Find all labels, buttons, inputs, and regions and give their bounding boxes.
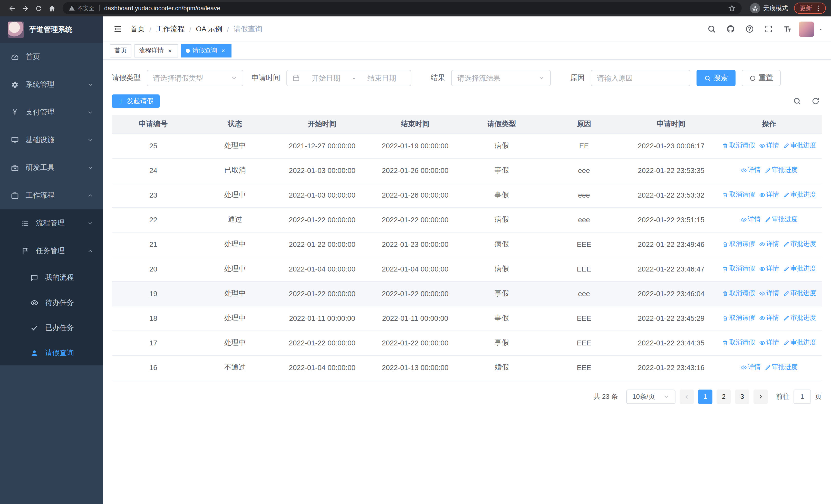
github-icon[interactable] bbox=[723, 21, 738, 37]
action-progress-link[interactable]: 审批进度 bbox=[783, 338, 816, 347]
tab-leave-query[interactable]: 请假查询 × bbox=[181, 44, 231, 57]
help-icon[interactable] bbox=[742, 21, 757, 37]
leave-type-input[interactable] bbox=[153, 74, 228, 82]
sidebar-item-leave-query[interactable]: 请假查询 bbox=[0, 340, 103, 365]
browser-reload-icon[interactable] bbox=[32, 2, 45, 15]
range-separator: - bbox=[349, 74, 359, 82]
page-size-select[interactable]: 10条/页 bbox=[626, 389, 676, 404]
action-detail-link[interactable]: 详情 bbox=[759, 265, 779, 273]
page-button-2[interactable]: 2 bbox=[717, 389, 731, 404]
action-detail-link[interactable]: 详情 bbox=[759, 141, 779, 150]
reset-button-label: 重置 bbox=[758, 73, 773, 83]
action-cancel-link[interactable]: 取消请假 bbox=[722, 191, 755, 199]
browser-forward-icon[interactable] bbox=[19, 2, 32, 15]
tab-label: 请假查询 bbox=[193, 46, 217, 55]
cell-reason: eee bbox=[542, 207, 626, 232]
sidebar-item-label: 我的流程 bbox=[45, 273, 74, 282]
tab-home[interactable]: 首页 bbox=[110, 44, 132, 57]
page-button-3[interactable]: 3 bbox=[735, 389, 749, 404]
close-tab-icon[interactable]: × bbox=[166, 47, 173, 54]
sidebar-collapse-icon[interactable] bbox=[110, 21, 125, 37]
action-detail-link[interactable]: 详情 bbox=[759, 240, 779, 249]
browser-home-icon[interactable] bbox=[45, 2, 58, 15]
sidebar-item-dev-tools[interactable]: 研发工具 bbox=[0, 154, 103, 182]
action-detail-link[interactable]: 详情 bbox=[759, 191, 779, 199]
sidebar-item-payment[interactable]: 支付管理 bbox=[0, 98, 103, 126]
action-progress-link[interactable]: 审批进度 bbox=[783, 141, 816, 150]
next-page-button[interactable] bbox=[753, 389, 768, 404]
chevron-down-icon bbox=[87, 82, 93, 88]
avatar-caret-icon[interactable] bbox=[818, 26, 824, 32]
cell-apply-id: 20 bbox=[112, 257, 195, 281]
header-search-icon[interactable] bbox=[704, 21, 719, 37]
bookmark-star-icon[interactable] bbox=[728, 5, 736, 12]
refresh-table-icon[interactable] bbox=[811, 97, 820, 105]
address-bar[interactable]: 不安全 dashboard.yudao.iocoder.cn/bpm/oa/le… bbox=[63, 2, 742, 14]
cell-apply-id: 23 bbox=[112, 183, 195, 207]
action-progress-link[interactable]: 审批进度 bbox=[765, 215, 798, 224]
eye-icon bbox=[741, 364, 747, 370]
action-progress-link[interactable]: 审批进度 bbox=[783, 240, 816, 249]
cell-status: 通过 bbox=[195, 207, 275, 232]
action-detail-link[interactable]: 详情 bbox=[741, 363, 761, 372]
list-icon bbox=[21, 219, 30, 228]
breadcrumb-item[interactable]: 首页 bbox=[131, 24, 145, 34]
user-avatar[interactable] bbox=[799, 21, 814, 37]
sidebar-item-home[interactable]: 首页 bbox=[0, 43, 103, 71]
font-size-icon[interactable] bbox=[780, 21, 795, 37]
date-range-picker[interactable]: - bbox=[286, 70, 411, 86]
action-detail-link[interactable]: 详情 bbox=[759, 338, 779, 347]
result-select[interactable] bbox=[451, 70, 551, 86]
breadcrumb-item[interactable]: OA 示例 bbox=[196, 24, 223, 34]
reason-input[interactable] bbox=[597, 74, 684, 82]
browser-menu-dots-icon[interactable] bbox=[814, 5, 822, 12]
cell-end-time: 2022-01-22 00:00:00 bbox=[369, 281, 461, 306]
action-cancel-link[interactable]: 取消请假 bbox=[722, 265, 755, 273]
sidebar-item-done-tasks[interactable]: 已办任务 bbox=[0, 315, 103, 340]
action-progress-link[interactable]: 审批进度 bbox=[765, 363, 798, 372]
action-detail-link[interactable]: 详情 bbox=[759, 314, 779, 323]
search-button[interactable]: 搜索 bbox=[696, 70, 736, 86]
browser-update-chip[interactable]: 更新 bbox=[794, 3, 826, 14]
action-cancel-link[interactable]: 取消请假 bbox=[722, 240, 755, 249]
result-input[interactable] bbox=[457, 74, 535, 82]
action-cancel-link[interactable]: 取消请假 bbox=[722, 141, 755, 150]
reason-field[interactable] bbox=[591, 70, 690, 86]
action-progress-link[interactable]: 审批进度 bbox=[783, 289, 816, 298]
end-date-input[interactable] bbox=[359, 74, 405, 82]
action-cancel-link[interactable]: 取消请假 bbox=[722, 289, 755, 298]
goto-page-input[interactable] bbox=[794, 389, 811, 404]
table-row: 18 处理中 2022-01-11 00:00:00 2022-01-11 00… bbox=[112, 306, 822, 330]
page-button-1[interactable]: 1 bbox=[698, 389, 712, 404]
toggle-search-icon[interactable] bbox=[793, 97, 801, 105]
action-progress-link[interactable]: 审批进度 bbox=[783, 314, 816, 323]
action-progress-link[interactable]: 审批进度 bbox=[765, 166, 798, 175]
action-cancel-link[interactable]: 取消请假 bbox=[722, 338, 755, 347]
sidebar-item-workflow[interactable]: 工作流程 bbox=[0, 182, 103, 209]
browser-back-icon[interactable] bbox=[5, 2, 19, 15]
fullscreen-icon[interactable] bbox=[761, 21, 776, 37]
sidebar-item-process-mgmt[interactable]: 流程管理 bbox=[0, 209, 103, 237]
action-detail-link[interactable]: 详情 bbox=[741, 215, 761, 224]
action-cancel-link[interactable]: 取消请假 bbox=[722, 314, 755, 323]
security-warning[interactable]: 不安全 bbox=[69, 4, 94, 12]
incognito-icon bbox=[750, 3, 760, 13]
action-progress-link[interactable]: 审批进度 bbox=[783, 191, 816, 199]
create-leave-button[interactable]: 发起请假 bbox=[112, 94, 160, 108]
close-tab-icon[interactable]: × bbox=[220, 47, 227, 54]
sidebar-item-todo-tasks[interactable]: 待办任务 bbox=[0, 290, 103, 315]
search-button-label: 搜索 bbox=[713, 73, 728, 83]
sidebar-item-system[interactable]: 系统管理 bbox=[0, 71, 103, 98]
breadcrumb-item[interactable]: 工作流程 bbox=[156, 24, 185, 34]
sidebar-item-my-process[interactable]: 我的流程 bbox=[0, 265, 103, 290]
prev-page-button[interactable] bbox=[680, 389, 694, 404]
action-detail-link[interactable]: 详情 bbox=[759, 289, 779, 298]
sidebar-item-task-mgmt[interactable]: 任务管理 bbox=[0, 237, 103, 265]
start-date-input[interactable] bbox=[303, 74, 349, 82]
leave-type-select[interactable] bbox=[147, 70, 243, 86]
sidebar-item-infrastructure[interactable]: 基础设施 bbox=[0, 126, 103, 154]
action-progress-link[interactable]: 审批进度 bbox=[783, 265, 816, 273]
tab-process-detail[interactable]: 流程详情 × bbox=[135, 44, 178, 57]
reset-button[interactable]: 重置 bbox=[742, 70, 781, 86]
action-detail-link[interactable]: 详情 bbox=[741, 166, 761, 175]
